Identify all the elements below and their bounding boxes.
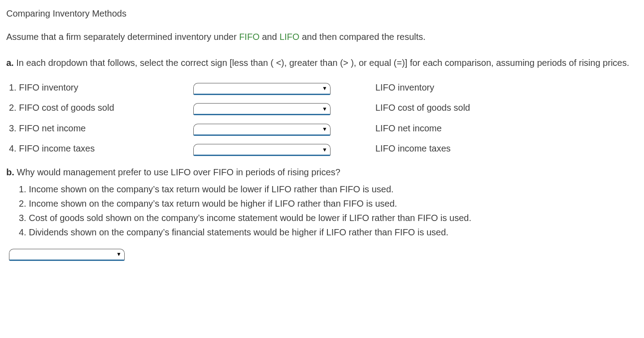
answer-option-4: 4. Dividends shown on the company’s fina… [19, 225, 638, 239]
comparison-left: 3. FIFO net income [6, 118, 191, 139]
comparison-dropdown-3[interactable]: ▼ [193, 124, 331, 136]
comparison-right: LIFO inventory [373, 77, 470, 98]
answer-options: 1. Income shown on the company’s tax ret… [6, 182, 638, 239]
comparison-dropdown-4[interactable]: ▼ [193, 144, 331, 156]
answer-option-2: 2. Income shown on the company’s tax ret… [19, 196, 638, 211]
comparison-dropdown-1[interactable]: ▼ [193, 83, 331, 95]
answer-option-3: 3. Cost of goods sold shown on the compa… [19, 211, 638, 225]
intro-post: and then compared the results. [300, 32, 426, 42]
comparison-right: LIFO cost of goods sold [373, 98, 470, 118]
intro-pre: Assume that a firm separately determined… [6, 32, 239, 42]
chevron-down-icon: ▼ [116, 251, 122, 257]
part-b-text: Why would management prefer to use LIFO … [14, 167, 340, 177]
comparison-right: LIFO income taxes [373, 139, 470, 159]
chevron-down-icon: ▼ [322, 86, 327, 91]
comparison-left: 4. FIFO income taxes [6, 139, 191, 159]
answer-option-1: 1. Income shown on the company’s tax ret… [19, 182, 638, 196]
intro-mid1: and [260, 32, 279, 42]
part-b-dropdown[interactable]: ▼ [9, 249, 125, 261]
chevron-down-icon: ▼ [322, 126, 327, 132]
question-page: Comparing Inventory Methods Assume that … [0, 0, 644, 270]
intro-text: Assume that a firm separately determined… [6, 30, 638, 44]
chevron-down-icon: ▼ [322, 147, 327, 152]
comparison-table: 1. FIFO inventory ▼ LIFO inventory 2. FI… [6, 77, 470, 159]
term-lifo: LIFO [279, 32, 299, 42]
part-b-question: b. Why would management prefer to use LI… [6, 165, 638, 179]
term-fifo: FIFO [239, 32, 260, 42]
table-row: 1. FIFO inventory ▼ LIFO inventory [6, 77, 470, 98]
page-title: Comparing Inventory Methods [6, 6, 638, 21]
table-row: 3. FIFO net income ▼ LIFO net income [6, 118, 470, 139]
comparison-dropdown-2[interactable]: ▼ [193, 103, 331, 115]
part-a-text: In each dropdown that follows, select th… [14, 58, 629, 68]
comparison-left: 2. FIFO cost of goods sold [6, 98, 191, 118]
chevron-down-icon: ▼ [322, 106, 327, 112]
comparison-right: LIFO net income [373, 118, 470, 139]
comparison-left: 1. FIFO inventory [6, 77, 191, 98]
part-a-letter: a. [6, 58, 14, 68]
part-b-letter: b. [6, 167, 14, 177]
table-row: 2. FIFO cost of goods sold ▼ LIFO cost o… [6, 98, 470, 118]
table-row: 4. FIFO income taxes ▼ LIFO income taxes [6, 139, 470, 159]
part-a-question: a. In each dropdown that follows, select… [6, 56, 638, 70]
